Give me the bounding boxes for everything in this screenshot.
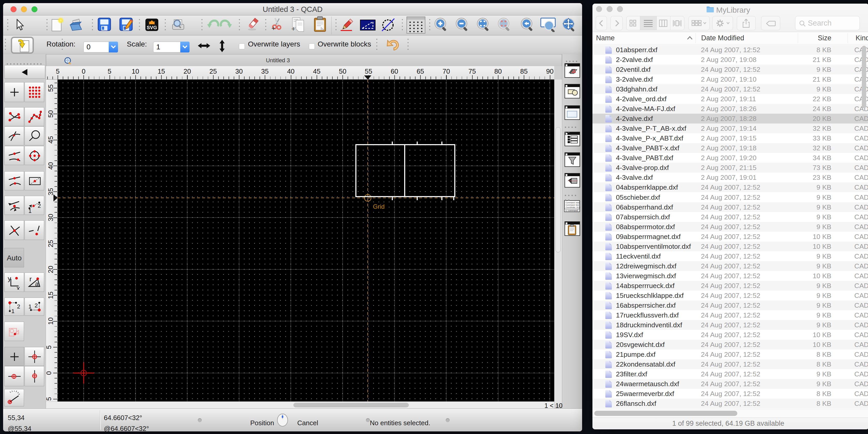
svg-text:a: a [35, 280, 39, 287]
svg-text:1: 1 [28, 303, 32, 310]
svg-text:1: 1 [28, 208, 32, 213]
svg-text:2: 2 [17, 303, 20, 310]
svg-text:+: + [272, 24, 275, 32]
svg-text:r: r [29, 275, 32, 283]
svg-text:2: 2 [38, 203, 41, 209]
svg-text:x: x [17, 284, 20, 289]
svg-text:y: y [8, 275, 11, 282]
svg-text:Coordinate: 10,43: Coordinate: 10,43 [566, 206, 580, 209]
svg-text:Command: new: Command: new [566, 202, 580, 204]
svg-text:c: command: c: command [566, 209, 578, 212]
svg-text:1: 1 [11, 308, 14, 314]
svg-text:2: 2 [35, 302, 38, 309]
svg-text:Grid: Grid [373, 203, 384, 210]
svg-text:Command: line: Command: line [566, 204, 579, 206]
svg-text:+: + [291, 25, 295, 32]
svg-text:SVG: SVG [147, 25, 157, 30]
